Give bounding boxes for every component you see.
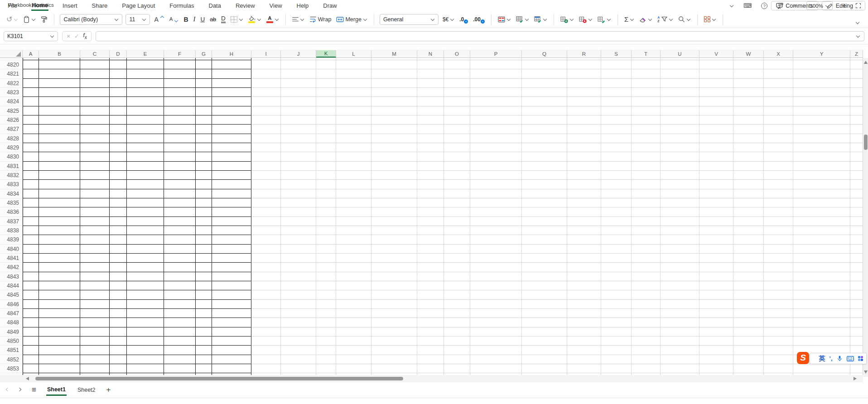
cell-O4835[interactable] — [444, 198, 470, 207]
cell-N4842[interactable] — [417, 263, 444, 272]
cell-S4829[interactable] — [601, 143, 632, 152]
cell-S4824[interactable] — [601, 97, 632, 106]
cell-V4832[interactable] — [699, 171, 733, 180]
cell-T4839[interactable] — [632, 235, 661, 244]
cell-C4839[interactable] — [80, 235, 110, 244]
cell-K4822[interactable] — [316, 79, 336, 88]
cell-W4850[interactable] — [733, 337, 764, 346]
row-header-4849[interactable]: 4849 — [0, 327, 23, 337]
cell-Z4826[interactable] — [850, 115, 863, 125]
cell-G4839[interactable] — [196, 235, 212, 244]
cell-M4835[interactable] — [371, 198, 417, 207]
row-header-4823[interactable]: 4823 — [0, 88, 23, 97]
cell-D4828[interactable] — [110, 134, 127, 143]
cell-L4834[interactable] — [336, 189, 371, 198]
cell-J4839[interactable] — [281, 235, 316, 244]
cell-C4834[interactable] — [80, 189, 110, 198]
cell-P4827[interactable] — [470, 125, 522, 134]
cell-O4836[interactable] — [444, 207, 470, 216]
cell-R4835[interactable] — [567, 198, 601, 207]
cell-I4844[interactable] — [251, 281, 281, 290]
cell-V4823[interactable] — [699, 88, 733, 97]
row-header-4853[interactable]: 4853 — [0, 364, 23, 373]
merge-button[interactable]: Merge — [335, 13, 368, 26]
cell-C4821[interactable] — [80, 69, 110, 78]
menu-tab-review[interactable]: Review — [235, 1, 256, 10]
cell-L4843[interactable] — [336, 272, 371, 281]
row-header-4825[interactable]: 4825 — [0, 106, 23, 115]
cell-J4842[interactable] — [281, 263, 316, 272]
cell-J4849[interactable] — [281, 327, 316, 337]
cell-N4826[interactable] — [417, 115, 444, 125]
row-header-4846[interactable]: 4846 — [0, 300, 23, 309]
cell-T4822[interactable] — [632, 79, 661, 88]
cell-B4851[interactable] — [39, 346, 80, 355]
cell-M4843[interactable] — [371, 272, 417, 281]
double-underline-button[interactable]: D — [220, 13, 227, 26]
cell-H4828[interactable] — [212, 134, 251, 143]
cell-H4849[interactable] — [212, 327, 251, 337]
cell-Q4853[interactable] — [522, 364, 567, 373]
cell-D4825[interactable] — [110, 106, 127, 115]
cell-W4849[interactable] — [733, 327, 764, 337]
cell-L4841[interactable] — [336, 254, 371, 263]
cell-P4839[interactable] — [470, 235, 522, 244]
cell-U4851[interactable] — [661, 346, 699, 355]
cell-O4846[interactable] — [444, 300, 470, 309]
cell-X4836[interactable] — [764, 207, 793, 216]
cell-G4832[interactable] — [196, 171, 212, 180]
cell-V4824[interactable] — [699, 97, 733, 106]
cell-Z4828[interactable] — [850, 134, 863, 143]
cell-H4835[interactable] — [212, 198, 251, 207]
cell-S4832[interactable] — [601, 171, 632, 180]
cell-I4828[interactable] — [251, 134, 281, 143]
cell-L4853[interactable] — [336, 364, 371, 373]
ime-keyboard-icon[interactable] — [847, 356, 854, 361]
underline-button[interactable]: U — [199, 13, 206, 26]
cell-Y4828[interactable] — [793, 134, 850, 143]
cell-L4828[interactable] — [336, 134, 371, 143]
cell-C4842[interactable] — [80, 263, 110, 272]
cell-X4829[interactable] — [764, 143, 793, 152]
cell-C4846[interactable] — [80, 300, 110, 309]
cell-H4846[interactable] — [212, 300, 251, 309]
cell-S4835[interactable] — [601, 198, 632, 207]
find-button[interactable] — [677, 13, 692, 26]
cell-K4841[interactable] — [316, 254, 336, 263]
cell-B4848[interactable] — [39, 318, 80, 327]
cell-M4829[interactable] — [371, 143, 417, 152]
cell-O4850[interactable] — [444, 337, 470, 346]
cell-F4843[interactable] — [164, 272, 196, 281]
cell-Y4832[interactable] — [793, 171, 850, 180]
keyboard-shortcuts-icon[interactable]: ⌨ — [743, 3, 752, 9]
cell-L4835[interactable] — [336, 198, 371, 207]
cell-T4843[interactable] — [632, 272, 661, 281]
cell-P4828[interactable] — [470, 134, 522, 143]
cell-X4820[interactable] — [764, 60, 793, 69]
cell-Q4824[interactable] — [522, 97, 567, 106]
cell-P4838[interactable] — [470, 226, 522, 235]
cell-E4852[interactable] — [127, 355, 164, 364]
cell-P4853[interactable] — [470, 364, 522, 373]
add-sheet-button[interactable]: + — [106, 385, 111, 394]
cell-Y4827[interactable] — [793, 125, 850, 134]
cell-S4848[interactable] — [601, 318, 632, 327]
cell-C4832[interactable] — [80, 171, 110, 180]
cell-R4827[interactable] — [567, 125, 601, 134]
cell-E4838[interactable] — [127, 226, 164, 235]
cell-J4830[interactable] — [281, 152, 316, 161]
cell-G4840[interactable] — [196, 245, 212, 254]
cell-F4852[interactable] — [164, 355, 196, 364]
cell-Y4829[interactable] — [793, 143, 850, 152]
cell-A4839[interactable] — [23, 235, 39, 244]
column-header-T[interactable]: T — [632, 50, 661, 58]
cell-N4831[interactable] — [417, 162, 444, 171]
cell-F4825[interactable] — [164, 106, 196, 115]
cell-O4843[interactable] — [444, 272, 470, 281]
cell-J4853[interactable] — [281, 364, 316, 373]
cell-P4821[interactable] — [470, 69, 522, 78]
cell-H4841[interactable] — [212, 254, 251, 263]
cell-L4829[interactable] — [336, 143, 371, 152]
cell-C4843[interactable] — [80, 272, 110, 281]
cell-U4827[interactable] — [661, 125, 699, 134]
